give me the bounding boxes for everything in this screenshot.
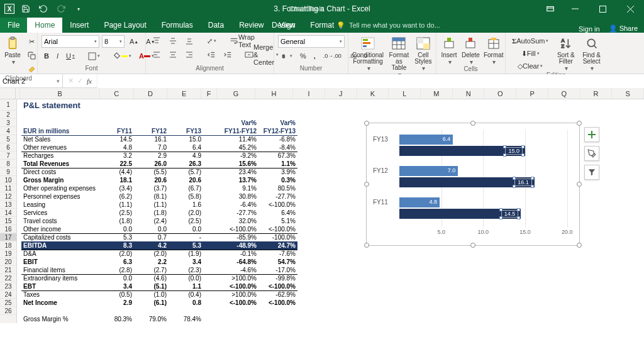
copy-button[interactable] xyxy=(25,50,38,61)
borders-button[interactable]: ▾ xyxy=(86,50,103,62)
window-close-button[interactable] xyxy=(616,0,644,18)
fill-color-button[interactable]: ▾ xyxy=(111,50,134,62)
increase-decimal-button[interactable]: .0→.00 xyxy=(321,50,344,62)
col-I[interactable]: I xyxy=(293,88,325,99)
chart-plot-area[interactable]: 6.415.07.016.14.814.5 xyxy=(399,130,574,228)
conditional-formatting-button[interactable]: Conditional Formatting▾ xyxy=(352,35,384,72)
enter-formula-icon[interactable]: ✓ xyxy=(77,77,83,85)
row-headers[interactable]: 1234567891011121314151617181920212223242… xyxy=(0,99,17,323)
col-O[interactable]: O xyxy=(484,88,516,99)
col-C[interactable]: C xyxy=(100,88,134,99)
align-middle-button[interactable] xyxy=(166,35,180,47)
share-icon: 👤 xyxy=(609,25,618,32)
col-K[interactable]: K xyxy=(357,88,389,99)
orientation-button[interactable]: ⤢▾ xyxy=(204,35,219,47)
col-J[interactable]: J xyxy=(325,88,357,99)
pnl-table[interactable]: P&L statementVar%Var%EUR in millionsFY11… xyxy=(21,99,297,323)
italic-button[interactable]: I xyxy=(54,50,61,62)
col-R[interactable]: R xyxy=(580,88,613,99)
group-font-label: Font xyxy=(42,65,142,73)
col-S[interactable]: S xyxy=(612,88,644,99)
sign-in-link[interactable]: Sign in xyxy=(579,25,600,33)
col-A[interactable] xyxy=(16,88,20,99)
chart-elements-button[interactable] xyxy=(584,127,599,142)
chart-object[interactable]: 6.415.07.016.14.814.5 5.010.015.020.0 FY… xyxy=(366,123,580,246)
tab-design[interactable]: Design xyxy=(264,18,303,33)
percent-format-button[interactable]: % xyxy=(297,50,309,62)
insert-function-button[interactable]: fx xyxy=(87,77,92,85)
formula-bar[interactable] xyxy=(97,74,644,88)
col-P[interactable]: P xyxy=(516,88,548,99)
tab-file[interactable]: File xyxy=(0,18,27,33)
window-maximize-button[interactable] xyxy=(589,0,616,18)
share-button[interactable]: 👤Share xyxy=(609,25,638,33)
format-painter-button[interactable] xyxy=(25,64,38,75)
cell-styles-button[interactable]: Cell Styles▾ xyxy=(414,35,432,72)
fill-down-icon: ⬇ xyxy=(521,50,527,58)
col-Q[interactable]: Q xyxy=(548,88,580,99)
col-M[interactable]: M xyxy=(421,88,453,99)
context-tools-label: Chart Tools xyxy=(289,0,324,18)
autosum-button[interactable]: Σ AutoSum▾ xyxy=(509,35,551,47)
cut-button[interactable]: ✂ xyxy=(25,36,38,47)
tab-page-layout[interactable]: Page Layout xyxy=(96,18,153,33)
tab-home[interactable]: Home xyxy=(27,18,62,33)
ribbon-options-icon[interactable] xyxy=(540,0,561,18)
qat-undo-icon[interactable] xyxy=(36,2,50,16)
underline-button[interactable]: U▾ xyxy=(64,50,77,62)
svg-text:X: X xyxy=(8,6,12,13)
svg-rect-3 xyxy=(547,7,554,11)
col-H[interactable]: H xyxy=(255,88,293,99)
align-right-button[interactable] xyxy=(182,49,196,60)
tab-insert[interactable]: Insert xyxy=(62,18,96,33)
format-cells-button[interactable]: Format▾ xyxy=(484,35,504,65)
align-left-button[interactable] xyxy=(150,49,164,60)
decrease-indent-button[interactable] xyxy=(204,49,218,60)
format-as-table-button[interactable]: Format as Table▾ xyxy=(387,35,411,78)
comma-format-button[interactable]: , xyxy=(311,50,318,62)
chart-styles-button[interactable] xyxy=(584,146,599,161)
increase-indent-button[interactable] xyxy=(221,49,235,60)
col-N[interactable]: N xyxy=(453,88,485,99)
paste-button[interactable]: Paste▾ xyxy=(4,35,21,65)
name-box[interactable]: Chart 2▾ xyxy=(0,74,63,88)
svg-rect-43 xyxy=(363,42,370,44)
font-size-select[interactable]: 8▾ xyxy=(102,35,125,48)
accounting-format-button[interactable]: $▾ xyxy=(278,50,295,62)
qat-customize-icon[interactable]: ▾ xyxy=(72,2,86,16)
sort-icon: AZ xyxy=(557,35,575,52)
font-name-select[interactable]: Arial▾ xyxy=(42,35,99,48)
col-L[interactable]: L xyxy=(389,88,421,99)
svg-rect-59 xyxy=(491,38,496,40)
tell-me-box[interactable]: 💡 Tell me what you want to do... xyxy=(336,18,440,33)
number-format-select[interactable]: General▾ xyxy=(278,35,345,48)
bold-button[interactable]: B xyxy=(42,50,52,62)
cancel-formula-icon[interactable]: ✕ xyxy=(68,77,74,85)
align-center-button[interactable] xyxy=(166,49,180,60)
select-all-corner[interactable] xyxy=(0,88,16,99)
window-minimize-button[interactable] xyxy=(561,0,589,18)
fill-button[interactable]: ⬇ Fill▾ xyxy=(509,48,551,59)
col-F[interactable]: F xyxy=(201,88,217,99)
find-select-button[interactable]: Find & Select▾ xyxy=(580,35,602,72)
tab-formulas[interactable]: Formulas xyxy=(154,18,201,33)
chart-filters-button[interactable] xyxy=(584,165,599,180)
col-E[interactable]: E xyxy=(167,88,201,99)
svg-point-63 xyxy=(587,39,595,47)
align-bottom-button[interactable] xyxy=(182,35,196,47)
svg-rect-52 xyxy=(417,38,423,43)
sort-filter-button[interactable]: AZSort & Filter▾ xyxy=(555,35,577,72)
qat-redo-icon[interactable] xyxy=(54,2,68,16)
clear-button[interactable]: ◇ Clear▾ xyxy=(509,60,551,72)
insert-cells-button[interactable]: Insert▾ xyxy=(440,35,458,65)
col-D[interactable]: D xyxy=(134,88,168,99)
tab-data[interactable]: Data xyxy=(201,18,231,33)
worksheet[interactable]: 1234567891011121314151617181920212223242… xyxy=(0,99,644,323)
align-top-button[interactable] xyxy=(150,35,164,47)
delete-cells-button[interactable]: Delete▾ xyxy=(462,35,480,65)
qat-save-icon[interactable] xyxy=(19,2,33,16)
col-B[interactable]: B xyxy=(20,88,100,99)
col-G[interactable]: G xyxy=(217,88,255,99)
increase-font-button[interactable]: A▲ xyxy=(127,36,141,47)
column-headers[interactable]: B C D E F G H I J K L M N O P Q R S xyxy=(0,88,644,99)
